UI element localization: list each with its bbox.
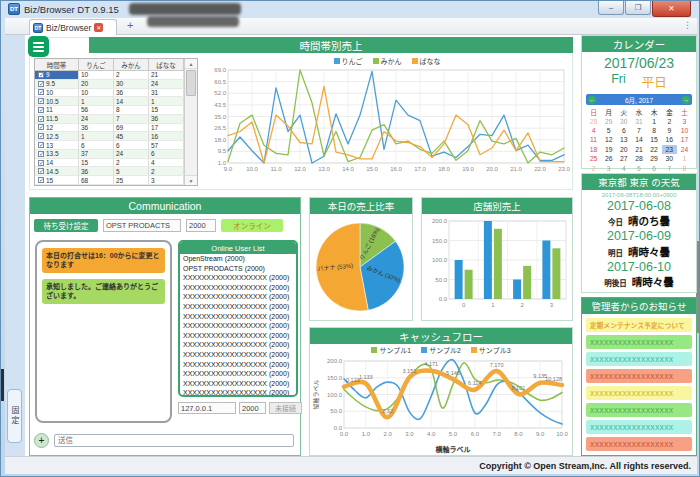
online-user-item[interactable]: XXXXXXXXXXXXXXXXXX (2000) — [180, 360, 296, 370]
calendar-day[interactable]: 2 — [586, 163, 601, 172]
table-row[interactable]: ✓910221 — [35, 71, 197, 80]
notice-item[interactable]: XXXXXXXXXXXXXXXXXX — [586, 369, 692, 383]
online-user-item[interactable]: XXXXXXXXXXXXXXXXXX (2000) — [180, 283, 296, 293]
online-user-item[interactable]: XXXXXXXXXXXXXXXXXX (2000) — [180, 321, 296, 331]
table-row[interactable]: ✓11.524736 — [35, 115, 197, 124]
table-row[interactable]: ✓9.5203024 — [35, 80, 197, 89]
hourly-table[interactable]: 時間帯りんごみかんばなな ✓910221✓9.5203024✓10103631✓… — [34, 58, 198, 186]
online-user-item[interactable]: XXXXXXXXXXXXXXXXXX (2000) — [180, 312, 296, 322]
online-user-item[interactable]: OPST PRODACTS (2000) — [180, 264, 296, 274]
calendar-day[interactable]: 5 — [631, 163, 646, 172]
online-user-list[interactable]: Online User List OpenStream (2000)OPST P… — [178, 240, 298, 397]
tab-close-icon[interactable]: ✕ — [94, 23, 103, 32]
calendar-day[interactable]: 17 — [677, 135, 692, 144]
calendar-day[interactable]: 10 — [677, 126, 692, 135]
table-row[interactable]: ✓1568253 — [35, 176, 197, 185]
online-user-item[interactable]: XXXXXXXXXXXXXXXXXX (2000) — [180, 369, 296, 379]
calendar-day[interactable]: 18 — [586, 145, 601, 154]
hamburger-menu-icon[interactable] — [28, 36, 49, 57]
connection-name-input[interactable] — [103, 219, 181, 232]
calendar-day[interactable]: 4 — [586, 126, 601, 135]
calendar-day[interactable]: 1 — [647, 116, 662, 125]
dock-pin-tab[interactable]: 固定 — [7, 389, 22, 443]
calendar-day[interactable]: 28 — [586, 116, 601, 125]
chat-message-area[interactable]: 本日の打合せは16：00からに変更となります 承知しました。ご連絡ありがとうござ… — [35, 240, 172, 423]
ip-address-input[interactable] — [178, 402, 236, 414]
row-checkbox-icon[interactable]: ✓ — [38, 89, 44, 95]
calendar-day[interactable]: 20 — [616, 145, 631, 154]
close-button[interactable]: ✕ — [652, 1, 691, 17]
online-user-item[interactable]: XXXXXXXXXXXXXXXXXX (2000) — [180, 292, 296, 302]
calendar-day[interactable]: 28 — [631, 154, 646, 163]
calendar-day[interactable]: 22 — [647, 145, 662, 154]
online-user-item[interactable]: XXXXXXXXXXXXXXXXXX (2000) — [180, 388, 296, 397]
add-attachment-icon[interactable]: + — [34, 433, 49, 448]
calendar-day[interactable]: 9 — [662, 126, 677, 135]
row-checkbox-icon[interactable]: ✓ — [38, 107, 44, 113]
row-checkbox-icon[interactable]: ✓ — [38, 116, 44, 122]
calendar-day[interactable]: 7 — [631, 126, 646, 135]
calendar-day[interactable]: 4 — [616, 163, 631, 172]
notice-item[interactable]: XXXXXXXXXXXXXXXXXX — [586, 403, 692, 417]
row-checkbox-icon[interactable]: ✓ — [38, 151, 44, 157]
calendar-day[interactable]: 8 — [647, 126, 662, 135]
calendar-day[interactable]: 23 — [662, 145, 677, 154]
calendar-day[interactable]: 29 — [647, 154, 662, 163]
standby-settings-button[interactable]: 待ち受け設定 — [34, 219, 98, 232]
table-scrollbar[interactable]: ▲ ▼ — [184, 59, 197, 185]
online-user-item[interactable]: XXXXXXXXXXXXXXXXXX (2000) — [180, 273, 296, 283]
online-user-item[interactable]: XXXXXXXXXXXXXXXXXX (2000) — [180, 350, 296, 360]
online-user-item[interactable]: XXXXXXXXXXXXXXXXXX (2000) — [180, 379, 296, 389]
scroll-up-icon[interactable]: ▲ — [185, 59, 197, 69]
calendar-day[interactable]: 30 — [662, 154, 677, 163]
calendar-day[interactable]: 3 — [677, 116, 692, 125]
calendar-day[interactable]: 19 — [601, 145, 616, 154]
calendar-day[interactable]: 27 — [616, 154, 631, 163]
calendar-day[interactable]: 31 — [631, 116, 646, 125]
notice-item[interactable]: XXXXXXXXXXXXXXXXXX — [586, 352, 692, 366]
calendar-day[interactable]: 6 — [616, 126, 631, 135]
online-status-button[interactable]: オンライン — [221, 219, 283, 232]
table-row[interactable]: ✓13.537246 — [35, 150, 197, 159]
next-month-icon[interactable]: → — [682, 96, 690, 104]
calendar-day[interactable]: 29 — [601, 116, 616, 125]
table-row[interactable]: ✓12.514516 — [35, 132, 197, 141]
connect-button[interactable]: 未接続 — [269, 402, 302, 414]
table-row[interactable]: ✓141524 — [35, 159, 197, 168]
calendar-day[interactable]: 5 — [601, 126, 616, 135]
row-checkbox-icon[interactable]: ✓ — [38, 98, 44, 104]
table-row[interactable]: ✓136657 — [35, 141, 197, 150]
new-tab-button[interactable]: + — [127, 19, 133, 31]
calendar-day[interactable]: 6 — [647, 163, 662, 172]
calendar-day[interactable]: 13 — [616, 135, 631, 144]
prev-month-icon[interactable]: ← — [588, 96, 596, 104]
scrollbar-thumb[interactable] — [186, 70, 196, 96]
online-user-item[interactable]: XXXXXXXXXXXXXXXXXX (2000) — [180, 302, 296, 312]
row-checkbox-icon[interactable]: ✓ — [38, 72, 44, 78]
table-row[interactable]: ✓14.53652 — [35, 167, 197, 176]
table-row[interactable]: ✓12366917 — [35, 124, 197, 133]
maximize-button[interactable]: ❐ — [625, 1, 651, 15]
address-port-input[interactable] — [239, 402, 266, 414]
calendar-day[interactable]: 3 — [601, 163, 616, 172]
notice-item[interactable]: 定期メンテナンス予定について — [586, 318, 692, 332]
table-row[interactable]: ✓10.51141 — [35, 97, 197, 106]
row-checkbox-icon[interactable]: ✓ — [38, 177, 44, 183]
calendar-day[interactable]: 15 — [647, 135, 662, 144]
titlebar[interactable]: DT Biz/Browser DT 0.9.15 – ❐ ✕ — [1, 1, 699, 18]
notice-item[interactable]: XXXXXXXXXXXXXXXXXX — [586, 437, 692, 451]
online-user-item[interactable]: XXXXXXXXXXXXXXXXXX (2000) — [180, 340, 296, 350]
calendar-day[interactable]: 30 — [616, 116, 631, 125]
calendar-day[interactable]: 7 — [662, 163, 677, 172]
online-user-item[interactable]: OpenStream (2000) — [180, 254, 296, 264]
calendar-day[interactable]: 21 — [631, 145, 646, 154]
calendar-day[interactable]: 1 — [677, 154, 692, 163]
calendar-day[interactable]: 14 — [631, 135, 646, 144]
row-checkbox-icon[interactable]: ✓ — [38, 81, 44, 87]
calendar-day[interactable]: 16 — [662, 135, 677, 144]
table-row[interactable]: ✓10103631 — [35, 89, 197, 98]
calendar-day[interactable]: 2 — [662, 116, 677, 125]
minimize-button[interactable]: – — [598, 1, 624, 15]
row-checkbox-icon[interactable]: ✓ — [38, 124, 44, 130]
calendar-day[interactable]: 8 — [677, 163, 692, 172]
